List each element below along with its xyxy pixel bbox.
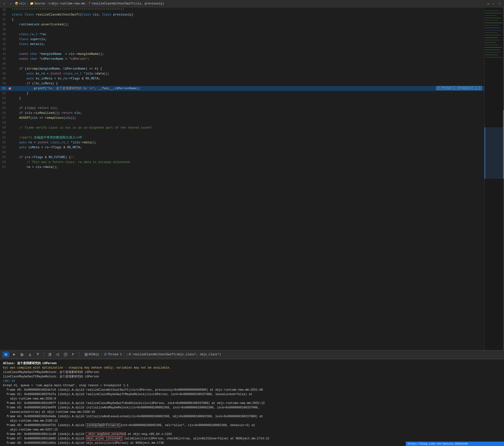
breadcrumb-sep3: ›: [86, 2, 88, 5]
breadcrumb-sep2: ›: [46, 2, 48, 5]
breadcrumb-nav-forward[interactable]: ›: [497, 1, 502, 6]
svg-marker-6: [29, 354, 31, 355]
console-line-9: frame #2: 0x00000001002e997f libobjc.A.d…: [3, 401, 501, 406]
code-line-59: 59 // fixme verify class is not in an un…: [0, 125, 484, 130]
debug-target: ⊡ KCObjc: [85, 353, 99, 356]
code-line-43: 43: [0, 47, 484, 52]
url-bar: https://blog.csdn.net/weixin_40918180: [406, 442, 504, 446]
top-toolbar: ‹ › 📦 objc › 📁 Source › m objc-runtime-n…: [0, 0, 504, 7]
breadcrumb-nav-back[interactable]: ‹: [491, 1, 496, 6]
svg-marker-3: [23, 354, 24, 355]
code-line-65: 65 if (ro->flags & RO_FUTURE) {//: [0, 155, 484, 160]
code-line-52: 52 }: [0, 91, 484, 96]
code-line-42: 42 Class metacls;: [0, 42, 484, 47]
svg-marker-2: [13, 353, 15, 356]
console-area[interactable]: dClass: 这个是我要研究的 LGPerson bjc was compil…: [0, 359, 504, 446]
debug-separator-2: [79, 352, 80, 357]
thread-icon: ⦿: [104, 353, 107, 356]
code-line-46: 46: [0, 61, 484, 66]
code-line-66: 66 // This was a future class. rw data i…: [0, 160, 484, 165]
code-line-41: 41 Class supercls;: [0, 37, 484, 42]
frame-icon: ⬚: [126, 353, 128, 356]
code-line-53: 53 }: [0, 96, 484, 101]
target-icon: ⊡: [85, 353, 88, 356]
minimap[interactable]: [484, 7, 504, 350]
svg-rect-0: [5, 353, 6, 356]
func-icon: f: [89, 2, 90, 5]
debug-sep: ›: [101, 353, 102, 356]
svg-rect-1: [6, 353, 7, 356]
debug-toolbar: ⊡ KCObjc › ⦿ Thread 1 › ⬚ 0 realizeClass…: [0, 350, 504, 359]
code-line-40: 40 class_rw_t *rw;: [0, 32, 484, 37]
console-line-10: frame #3: 0x00000001002de0f0 libobjc.A.d…: [3, 406, 501, 414]
code-line-54: 54: [0, 101, 484, 106]
mm-file-icon: m: [49, 2, 50, 5]
console-line-8: frame #1: 0x00000001002fb37a libobjc.A.d…: [3, 392, 501, 401]
nav-forward-button[interactable]: ›: [8, 1, 13, 6]
folder-icon: 📁: [30, 2, 34, 5]
nav-back-button[interactable]: ‹: [2, 1, 7, 6]
code-line-48: 48 auto kc_ro = (const class_ro_t *)cls-…: [0, 71, 484, 76]
debug-pause-button[interactable]: [2, 351, 9, 357]
code-line-51: 51 printf("%s: 这个是我要研究的 %s \n", __func__…: [0, 86, 484, 91]
code-line-49: 49 auto kc_isMeta = kc_ro->flags & RO_ME…: [0, 76, 484, 81]
breadcrumb-item-objc[interactable]: 📦 objc: [15, 2, 26, 5]
debug-step-into-button[interactable]: [27, 351, 33, 357]
console-line-3: lizeClassMaybeSwiftMaybeRelock: 这个是我要研究的…: [3, 370, 501, 374]
breadcrumb-item-func[interactable]: f realizeClassWithoutSwift(cls, previous…: [89, 2, 164, 5]
console-line-5: (db) bt: [3, 379, 501, 383]
console-line-1: dClass: 这个是我要研究的 LGPerson: [3, 361, 501, 366]
code-line-64: 64: [0, 150, 484, 155]
breadcrumb-item-file[interactable]: m objc-runtime-new.mm: [49, 2, 85, 5]
svg-line-16: [57, 355, 58, 355]
svg-line-15: [57, 354, 58, 354]
code-line-38: 38 runtimeLock.assertLocked();: [0, 22, 484, 27]
debug-separator-1: [44, 352, 44, 357]
url-text: https://blog.csdn.net/weixin_40918180: [408, 442, 468, 445]
console-line-12: frame #5: 0x00000001002e6751 libobjc.A.d…: [3, 423, 501, 432]
debug-flag-button[interactable]: [71, 351, 76, 357]
editor-area[interactable]: 35 *************************************…: [0, 7, 504, 350]
code-line-55: 55 if (!cls) return nil;: [0, 106, 484, 111]
code-line-37: 37 {: [0, 17, 484, 22]
debug-frame: ⬚ 0 realizeClassWithoutSwift(objc_class*…: [126, 353, 221, 356]
code-line-50: 50 if (!kc_isMeta) {: [0, 81, 484, 86]
console-line-6: hread #1, queue = 'com.apple.main-thread…: [3, 383, 501, 388]
code-line-61: 61 //part1.在磁盘中将类的数据取出放入ro中: [0, 135, 484, 140]
code-line-60: 60: [0, 130, 484, 135]
code-line-36: 36 static Class realizeClassWithoutSwift…: [0, 12, 484, 17]
console-line-13: frame #6: 0x00000001002c1cd9 libobjc.A.d…: [3, 432, 501, 436]
svg-marker-9: [37, 353, 38, 354]
debug-share-button[interactable]: [55, 351, 61, 357]
debug-copy-button[interactable]: [47, 351, 53, 357]
debug-breadcrumb: ⊡ KCObjc › ⦿ Thread 1 › ⬚ 0 realizeClass…: [85, 353, 221, 356]
svg-point-12: [58, 353, 59, 354]
debug-view-button[interactable]: [63, 351, 69, 357]
thread-badge: ≡ Thread 1: breakpoint 1.1: [436, 86, 482, 90]
console-line-2: bjc was compiled with optimization - ste…: [3, 366, 501, 370]
svg-point-14: [56, 354, 57, 355]
code-line-67: 67 rw = cls->data();: [0, 165, 484, 170]
code-line-47: 47 if (strcmp(mangledName, LGPersonName)…: [0, 66, 484, 71]
debug-sep2: ›: [123, 353, 125, 356]
breadcrumb-item-source[interactable]: 📁 Source: [30, 2, 45, 5]
console-line-11: frame #4: 0x00000001002e6a0a libobjc.A.d…: [3, 414, 501, 423]
debug-step-over-button[interactable]: [19, 351, 25, 357]
code-line-35: 35 *************************************…: [0, 7, 484, 12]
console-line-4: lizeClassMaybeSwiftMaybeRelock: 这个是我要研究的…: [3, 374, 501, 379]
debug-step-out-button[interactable]: [35, 351, 41, 357]
svg-point-13: [58, 355, 59, 356]
code-line-45: 45 const char *LGPersonName = "LGPerson"…: [0, 57, 484, 61]
breadcrumb-sep1: ›: [27, 2, 29, 5]
code-line-63: 63 auto isMeta = ro->flags & RO_META;: [0, 145, 484, 150]
objc-icon: 📦: [15, 2, 18, 5]
code-editor[interactable]: 35 *************************************…: [0, 7, 484, 350]
breadcrumb: 📦 objc › 📁 Source › m objc-runtime-new.m…: [15, 2, 164, 5]
console-line-14: frame #7: 0x000000010031d0d5 libobjc.A.d…: [3, 436, 501, 441]
debug-continue-button[interactable]: [11, 351, 17, 357]
code-line-39: 39: [0, 27, 484, 32]
code-line-56: 56 if (cls->isRealized()) return cls;: [0, 111, 484, 116]
debug-thread: ⦿ Thread 1: [104, 353, 122, 356]
code-line-44: 44 const char *mangledName = cls->mangle…: [0, 52, 484, 57]
warning-icon: ⚠: [487, 1, 489, 6]
